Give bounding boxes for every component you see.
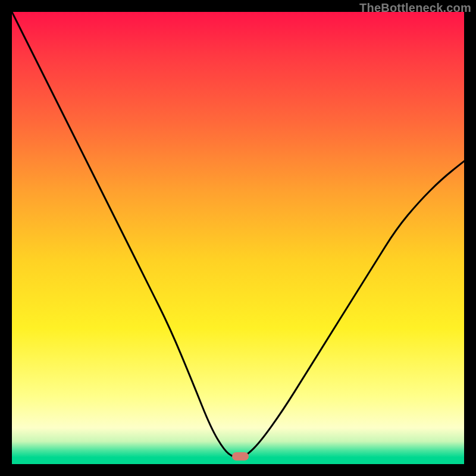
optimal-point-marker (232, 452, 249, 461)
plot-area (12, 12, 464, 464)
gradient-background (12, 12, 464, 464)
chart-frame: TheBottleneck.com (0, 0, 476, 476)
